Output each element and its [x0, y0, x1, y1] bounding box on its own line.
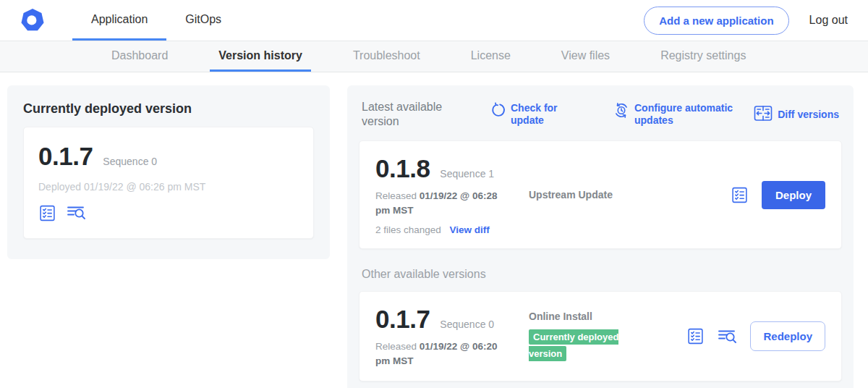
- logout-link[interactable]: Log out: [809, 14, 848, 27]
- add-new-application-button[interactable]: Add a new application: [644, 7, 788, 35]
- deployed-badge-wrap: Currently deployed version: [529, 329, 653, 362]
- checklist-icon[interactable]: [38, 204, 56, 222]
- available-versions-panel: Latest available version Check for updat…: [347, 85, 854, 388]
- latest-version-actions: Deploy: [731, 181, 825, 209]
- version-source: Upstream Update: [529, 189, 731, 201]
- latest-available-title: Latest available version: [362, 100, 454, 129]
- tab-application[interactable]: Application: [72, 0, 166, 41]
- currently-deployed-panel: Currently deployed version 0.1.7 Sequenc…: [7, 85, 330, 259]
- version-source: Online Install Currently deployed versio…: [529, 311, 686, 362]
- other-available-versions-title: Other available versions: [362, 268, 839, 281]
- redeploy-button[interactable]: Redeploy: [750, 321, 825, 351]
- topbar-right: Add a new application Log out: [644, 7, 848, 35]
- checklist-icon[interactable]: [686, 327, 705, 345]
- configure-automatic-updates-link[interactable]: Configure automatic updates: [613, 102, 743, 127]
- version-number: 0.1.7: [38, 142, 93, 171]
- deployed-version-card: 0.1.7 Sequence 0 Deployed 01/19/22 @ 06:…: [23, 127, 314, 239]
- check-for-update-link[interactable]: Check for update: [490, 102, 566, 127]
- subnav-tab-troubleshoot[interactable]: Troubleshoot: [344, 41, 429, 72]
- view-logs-icon[interactable]: [67, 204, 86, 222]
- subnav-tab-version-history[interactable]: Version history: [210, 41, 311, 72]
- checklist-icon[interactable]: [731, 186, 749, 204]
- other-version-actions: Redeploy: [686, 321, 825, 351]
- currently-deployed-badge: Currently deployed version: [529, 329, 618, 361]
- version-number: 0.1.7: [375, 305, 430, 334]
- deployed-timestamp: Deployed 01/19/22 @ 06:26 pm MST: [38, 181, 299, 193]
- available-panel-header: Latest available version Check for updat…: [359, 97, 842, 129]
- tab-gitops[interactable]: GitOps: [166, 0, 240, 41]
- diff-icon: [754, 105, 773, 125]
- latest-version-card: 0.1.8 Sequence 1 Released 01/19/22 @ 06:…: [359, 140, 842, 249]
- sequence-label: Sequence 1: [440, 168, 494, 180]
- app-logo-icon: [20, 8, 45, 33]
- released-timestamp: Released 01/19/22 @ 06:20 pm MST: [375, 340, 513, 368]
- subnav-tab-license[interactable]: License: [462, 41, 519, 72]
- tab-application-label: Application: [91, 13, 148, 26]
- version-row: 0.1.7 Sequence 0: [38, 142, 299, 171]
- sequence-label: Sequence 0: [103, 156, 157, 167]
- diff-versions-link[interactable]: Diff versions: [754, 105, 839, 125]
- version-number: 0.1.8: [375, 154, 430, 183]
- deploy-button[interactable]: Deploy: [762, 181, 825, 209]
- other-version-card: 0.1.7 Sequence 0 Released 01/19/22 @ 06:…: [359, 291, 842, 381]
- refresh-icon: [490, 102, 506, 121]
- files-changed-row: 2 files changed View diff: [375, 224, 529, 235]
- files-changed-label: 2 files changed: [375, 224, 441, 235]
- deployed-card-actions: [38, 204, 299, 222]
- install-type-label: Online Install: [529, 311, 686, 322]
- view-diff-link[interactable]: View diff: [450, 224, 490, 235]
- app-subnav: Dashboard Version history Troubleshoot L…: [0, 41, 868, 72]
- other-version-info: 0.1.7 Sequence 0 Released 01/19/22 @ 06:…: [375, 305, 529, 368]
- sequence-label: Sequence 0: [440, 319, 494, 330]
- currently-deployed-title: Currently deployed version: [23, 101, 314, 117]
- subnav-tab-dashboard[interactable]: Dashboard: [103, 41, 176, 72]
- schedule-update-icon: [613, 102, 629, 122]
- primary-nav: Application GitOps: [72, 0, 240, 41]
- released-timestamp: Released 01/19/22 @ 06:28 pm MST: [375, 189, 513, 217]
- version-history-page: Currently deployed version 0.1.7 Sequenc…: [0, 72, 868, 388]
- subnav-tab-view-files[interactable]: View files: [553, 41, 618, 72]
- subnav-tab-registry-settings[interactable]: Registry settings: [652, 41, 754, 72]
- tab-gitops-label: GitOps: [185, 13, 221, 26]
- view-logs-icon[interactable]: [718, 328, 737, 345]
- latest-version-info: 0.1.8 Sequence 1 Released 01/19/22 @ 06:…: [375, 154, 529, 235]
- top-navbar: Application GitOps Add a new application…: [0, 0, 868, 41]
